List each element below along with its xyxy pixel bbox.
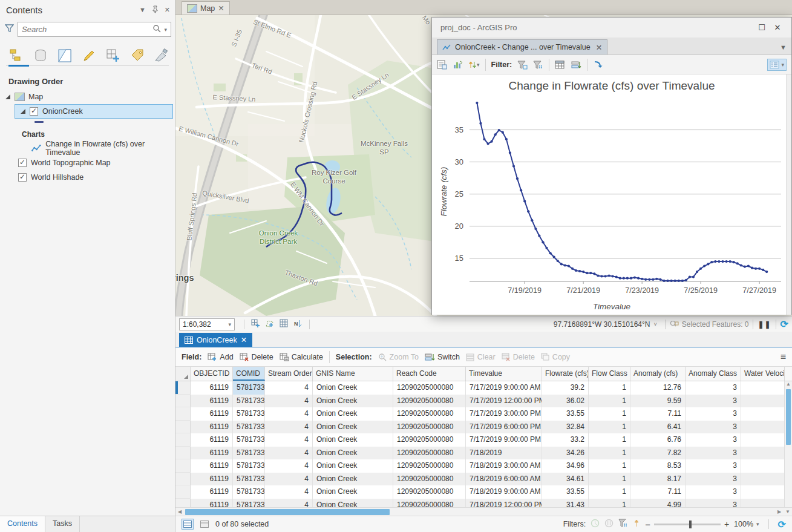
table-row[interactable]: 6111957817334Onion Creek120902050000807/… [175,433,792,447]
cell[interactable]: 5781733 [233,485,265,499]
cell[interactable]: 3 [686,381,741,395]
cell[interactable]: 5781733 [233,447,265,460]
cell[interactable]: 7.11 [630,485,686,499]
map-scale-select[interactable]: 1:60,382 ▾ [179,318,235,330]
cell[interactable] [741,485,785,499]
map-coordinates[interactable]: 97.7168891°W 30.1510164°N ˅ [554,320,657,329]
row-height-slider[interactable]: − + [645,519,729,530]
tab-tasks[interactable]: Tasks [45,516,80,532]
column-header[interactable]: Flowrate (cfs) [542,367,589,381]
refresh-table-icon[interactable]: ⟳ [778,519,786,530]
add-field-button[interactable]: Add [208,353,233,361]
cell[interactable]: 5781733 [233,381,265,395]
map-tab-close-icon[interactable]: ✕ [218,4,224,13]
cell[interactable]: 4 [265,407,313,421]
cell[interactable]: Onion Creek [313,473,393,486]
cell[interactable]: 3 [686,473,741,486]
label-tag-icon[interactable] [129,48,145,64]
row-selector[interactable] [175,499,191,508]
tab-list-caret-icon[interactable]: ▼ [780,44,791,54]
cell[interactable]: 31.43 [542,499,589,508]
tab-contents[interactable]: Contents [0,516,45,532]
cell[interactable]: 6.41 [630,421,686,434]
attribute-filter-icon[interactable] [618,519,628,530]
cell[interactable]: 5781733 [233,459,265,473]
cell[interactable]: 7/17/2019 9:00:00 AM [466,381,542,395]
column-header[interactable]: Stream Order [265,367,313,381]
time-filter-icon[interactable] [591,519,600,530]
table-row[interactable]: 6111957817334Onion Creek120902050000807/… [175,395,792,408]
cell[interactable] [741,459,785,473]
chart-legend-toggle[interactable]: ▾ [767,59,787,71]
row-selector[interactable] [175,395,191,408]
search-icon[interactable] [152,24,161,35]
column-header[interactable]: Water Veloci [741,367,785,381]
cell[interactable]: 61119 [191,381,233,395]
search-caret-icon[interactable]: ▾ [164,27,167,33]
list-by-selection-icon[interactable] [57,48,73,64]
cell[interactable]: 12090205000080 [393,447,466,460]
table-row[interactable]: 6111957817334Onion Creek120902050000807/… [175,473,792,486]
cell[interactable]: 12090205000080 [393,485,466,499]
new-chart-icon[interactable] [453,60,463,70]
cell[interactable]: 7/17/2019 12:00:00 PM [466,395,542,408]
chart-canvas[interactable]: Change in Flowrate (cfs) over Timevalue … [432,74,791,315]
tree-item-map[interactable]: Map [0,90,175,104]
cell[interactable]: Onion Creek [313,459,393,473]
row-selector[interactable] [175,459,191,473]
cell[interactable]: 12090205000080 [393,499,466,508]
cell[interactable]: 33.2 [542,433,589,447]
column-header[interactable]: Anomaly (cfs) [630,367,686,381]
coordinates-caret-icon[interactable]: ˅ [653,321,656,327]
cell[interactable]: 61119 [191,485,233,499]
table-row[interactable]: 6111957817334Onion Creek120902050000807/… [175,485,792,499]
pause-drawing-icon[interactable]: ❚❚ [758,320,771,329]
cell[interactable]: 1 [589,485,630,499]
table-row[interactable]: 6111957817334Onion Creek120902050000807/… [175,459,792,473]
cell[interactable]: 7/18/2019 6:00:00 AM [466,473,542,486]
panel-pin-icon[interactable] [152,5,159,15]
chart-view-tab[interactable]: OnionCreek - Change ... over Timevalue ✕ [437,39,607,54]
tree-item-topographic[interactable]: World Topographic Map [0,156,175,170]
column-header[interactable]: GNIS Name [313,367,393,381]
cell[interactable]: 34.26 [542,447,589,460]
cell[interactable]: 7/17/2019 3:00:00 PM [466,407,542,421]
chart-window-scrollbar[interactable] [786,74,791,315]
cell[interactable]: 12090205000080 [393,473,466,486]
refresh-map-icon[interactable]: ⟳ [781,318,788,330]
add-bookmark-icon[interactable] [251,319,260,330]
cell[interactable]: 61119 [191,433,233,447]
cell[interactable]: 3 [686,447,741,460]
cell[interactable]: 3 [686,433,741,447]
cell[interactable] [741,421,785,434]
clear-selection-button[interactable]: Clear [466,353,496,361]
cell[interactable]: 5781733 [233,473,265,486]
switch-selection-button[interactable]: Switch [425,353,460,361]
cell[interactable] [741,433,785,447]
cell[interactable]: Onion Creek [313,447,393,460]
cell[interactable]: 3 [686,459,741,473]
cell[interactable]: 7/17/2019 9:00:00 PM [466,433,542,447]
cell[interactable]: 4 [265,395,313,408]
cell[interactable]: 1 [589,381,630,395]
cell[interactable]: 32.84 [542,421,589,434]
expand-collapse-icon[interactable] [5,94,10,99]
row-selector[interactable] [175,381,191,395]
list-by-drawing-order-icon[interactable] [8,48,24,64]
onioncreek-line-symbol[interactable] [34,121,44,123]
cell[interactable]: Onion Creek [313,421,393,434]
cell[interactable]: 34.61 [542,473,589,486]
cell[interactable]: 5781733 [233,499,265,508]
table-tab-onioncreek[interactable]: OnionCreek ✕ [179,333,252,347]
cell[interactable]: 7.11 [630,407,686,421]
cell[interactable]: 7/18/2019 12:00:00 PM [466,499,542,508]
row-selector[interactable] [175,473,191,486]
cell[interactable]: 1 [589,447,630,460]
cell[interactable]: 7/18/2019 3:00:00 AM [466,459,542,473]
cell[interactable] [741,407,785,421]
row-selector[interactable] [175,421,191,434]
expand-collapse-icon[interactable] [21,109,25,114]
panel-menu-chevron-down-icon[interactable]: ▼ [139,6,146,13]
filter-by-selection-icon[interactable] [533,60,543,70]
cell[interactable]: 12090205000080 [393,381,466,395]
